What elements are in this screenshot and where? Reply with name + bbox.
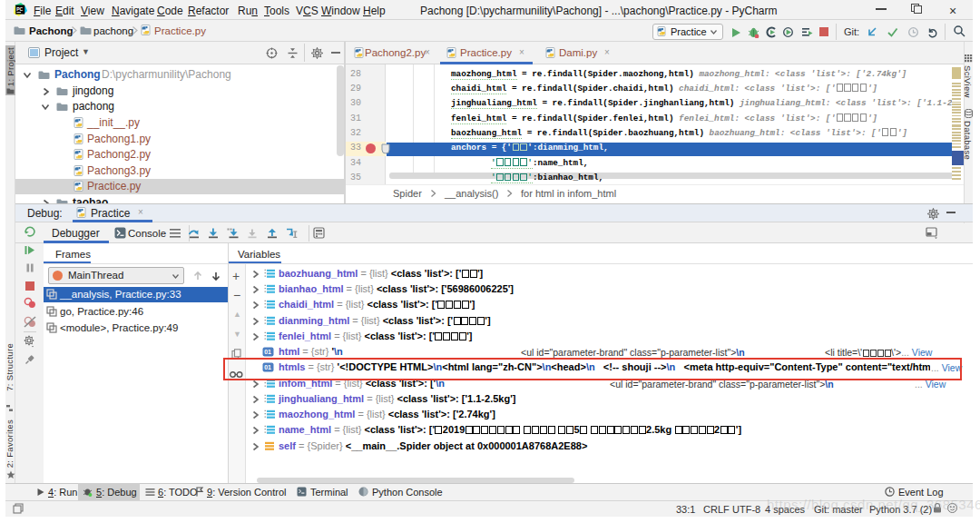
svg-text:PC: PC <box>16 6 23 12</box>
svg-text:01: 01 <box>264 349 271 355</box>
